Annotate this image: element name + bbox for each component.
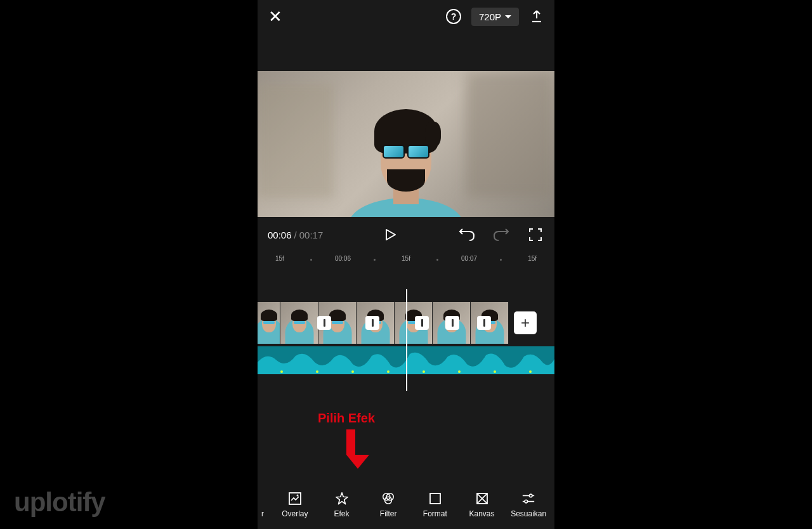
resolution-selector[interactable]: 720P [471, 8, 519, 26]
redo-icon [494, 228, 509, 241]
time-separator: / [294, 230, 297, 240]
close-button[interactable]: ✕ [266, 8, 284, 25]
annotation-text: Pilih Efek [308, 411, 384, 426]
tool-label: Efek [334, 509, 350, 518]
tool-label: Overlay [282, 509, 308, 518]
watermark: uplotify [14, 487, 105, 518]
keyframe-marker[interactable] [415, 316, 429, 330]
tutorial-annotation: Pilih Efek [308, 411, 384, 469]
clip-thumbnail[interactable] [258, 302, 280, 344]
chevron-down-icon [505, 15, 511, 18]
ruler-tick: 15f [264, 255, 296, 262]
tool-label: Sesuaikan [511, 509, 546, 518]
tool-label: Kanvas [469, 509, 495, 518]
tool-kanvas[interactable]: Kanvas [459, 489, 506, 521]
undo-button[interactable] [458, 226, 476, 244]
tool-label: Filter [380, 509, 397, 518]
help-icon: ? [446, 9, 461, 24]
ruler-tick: 00:07 [454, 255, 485, 262]
current-time: 00:06 [268, 230, 292, 240]
svg-point-2 [296, 495, 298, 497]
filter-icon [381, 492, 395, 506]
player-controls: 00:06 / 00:17 [258, 217, 554, 252]
fullscreen-button[interactable] [527, 226, 544, 244]
resolution-label: 720P [479, 11, 501, 22]
editor-app-frame: ✕ ? 720P [258, 0, 554, 529]
ruler-dot [374, 259, 376, 261]
tool-item-partial[interactable]: r [260, 489, 272, 521]
keyframe-marker[interactable] [445, 316, 459, 330]
preview-bg [466, 71, 554, 198]
ruler-dot [500, 259, 502, 261]
redo-button[interactable] [492, 226, 510, 244]
tool-efek[interactable]: Efek [318, 489, 365, 521]
preview-subject [343, 90, 469, 217]
total-time: 00:17 [299, 230, 324, 240]
keyframe-marker[interactable] [317, 316, 331, 330]
keyframe-marker[interactable] [365, 316, 379, 330]
plus-icon: + [521, 314, 530, 332]
svg-rect-6 [430, 493, 440, 504]
help-button[interactable]: ? [445, 8, 462, 25]
export-button[interactable] [528, 8, 546, 25]
bottom-toolbar: r Overlay Efek Filter Format [258, 481, 554, 529]
adjust-icon [521, 492, 535, 506]
keyframe-marker[interactable] [477, 316, 491, 330]
overlay-icon [288, 492, 302, 506]
tool-label: r [261, 509, 264, 518]
top-bar-right: ? 720P [445, 8, 546, 26]
tool-overlay[interactable]: Overlay [272, 489, 318, 521]
tool-label: Format [423, 509, 447, 518]
play-icon [385, 228, 396, 241]
timeline[interactable]: + Pilih Efek [258, 302, 554, 381]
ruler-dot [436, 259, 438, 261]
ruler-tick: 15f [516, 255, 548, 262]
fullscreen-icon [529, 228, 542, 241]
upload-icon [530, 10, 543, 23]
video-preview[interactable] [258, 71, 554, 217]
tool-format[interactable]: Format [412, 489, 459, 521]
top-bar: ✕ ? 720P [258, 0, 554, 33]
timeline-ruler[interactable]: 15f 00:06 15f 00:07 15f [258, 252, 554, 264]
play-button[interactable] [382, 226, 400, 244]
time-display: 00:06 / 00:17 [268, 230, 323, 240]
watermark-part1: uplo [14, 487, 68, 518]
preview-bg [258, 84, 334, 198]
watermark-part2: tify [68, 487, 105, 518]
add-clip-button[interactable]: + [514, 311, 537, 334]
tool-sesuaikan[interactable]: Sesuaikan [505, 489, 552, 521]
tool-filter[interactable]: Filter [365, 489, 412, 521]
undo-icon [459, 228, 475, 241]
clip-thumbnail[interactable] [280, 302, 318, 344]
ruler-tick: 15f [390, 255, 422, 262]
close-icon: ✕ [268, 8, 282, 25]
ruler-tick: 00:06 [327, 255, 359, 262]
ruler-dot [310, 259, 312, 261]
star-icon [335, 492, 349, 506]
format-icon [428, 492, 442, 506]
svg-point-11 [530, 494, 533, 497]
svg-point-13 [525, 500, 528, 503]
playhead[interactable] [406, 289, 407, 391]
canvas-icon [475, 492, 489, 506]
